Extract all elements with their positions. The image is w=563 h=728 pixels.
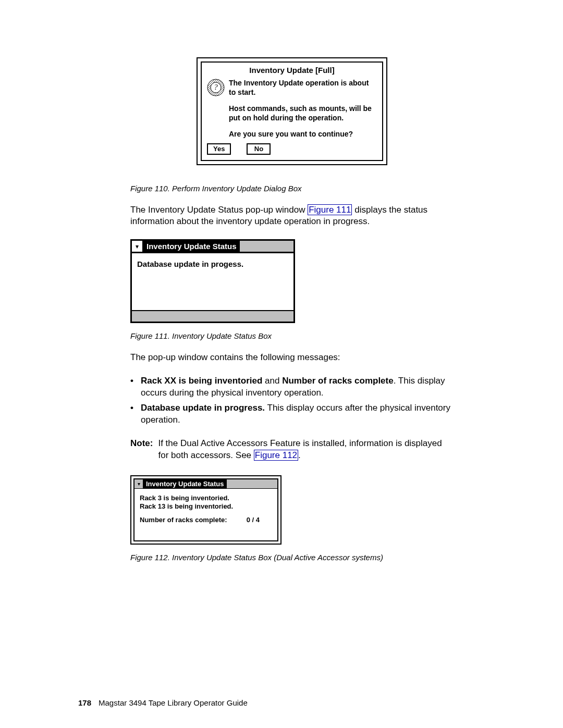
figure-110-caption: Figure 110. Perform Inventory Update Dia… [130, 184, 454, 193]
note-label: Note: [130, 438, 158, 462]
figure-112-link[interactable]: Figure 112 [254, 450, 298, 461]
text-bold: Number of racks complete [282, 376, 394, 386]
message-list: • Rack XX is being inventoried and Numbe… [130, 375, 454, 426]
system-menu-icon[interactable]: ▾ [132, 241, 143, 252]
dialog-text: The Inventory Update operation is about … [229, 79, 382, 143]
figure-111-caption: Figure 111. Inventory Update Status Box [130, 331, 454, 340]
dialog-p2: Host commands, such as mounts, will be p… [229, 104, 377, 122]
text: . [298, 450, 301, 460]
bullet-icon: • [130, 402, 141, 426]
dialog-body: Rack 3 is being inventoried. Rack 13 is … [134, 489, 277, 540]
text-bold: Database update in progress. [141, 403, 265, 413]
paragraph-1: The Inventory Update Status pop-up windo… [130, 204, 454, 228]
racks-complete-value: 0 / 4 [247, 516, 260, 524]
dialog-p3: Are you sure you want to continue? [229, 130, 377, 139]
text: The Inventory Update Status pop-up windo… [130, 205, 308, 215]
note-body: If the Dual Active Accessors Feature is … [158, 438, 454, 462]
racks-complete-label: Number of racks complete: [140, 516, 227, 524]
title-bar-fill [240, 241, 293, 252]
page: Inventory Update [Full] ? [0, 0, 563, 728]
status-line-2: Rack 13 is being inventoried. [140, 502, 272, 511]
bullet-icon: • [130, 375, 141, 399]
note: Note: If the Dual Active Accessors Featu… [130, 438, 454, 462]
yes-button[interactable]: Yes [207, 143, 231, 155]
footer-title: Magstar 3494 Tape Library Operator Guide [99, 698, 248, 707]
dialog-p1: The Inventory Update operation is about … [229, 79, 377, 97]
inventory-update-status-dialog-1: ▾ Inventory Update Status Database updat… [130, 239, 295, 323]
svg-text:?: ? [214, 83, 218, 91]
status-line-1: Rack 3 is being inventoried. [140, 494, 272, 502]
text-bold: Rack XX is being inventoried [141, 376, 262, 386]
title-bar-fill [227, 479, 277, 488]
inventory-update-status-dialog-2: ▾ Inventory Update Status Rack 3 is bein… [130, 475, 282, 545]
no-button[interactable]: No [247, 143, 271, 155]
page-number: 178 [78, 698, 99, 707]
dialog-title: Inventory Update Status [143, 479, 227, 488]
dialog-title: Inventory Update [Full] [202, 63, 382, 79]
list-item: • Database update in progress. This disp… [130, 402, 454, 426]
figure-111-link[interactable]: Figure 111 [308, 204, 352, 215]
dialog-inner: Inventory Update [Full] ? [201, 61, 383, 161]
paragraph-2: The pop-up window contains the following… [130, 352, 454, 364]
dialog-title: Inventory Update Status [143, 241, 240, 252]
question-icon: ? [207, 79, 225, 96]
content-column: Inventory Update [Full] ? [130, 57, 454, 562]
page-footer: 178Magstar 3494 Tape Library Operator Gu… [78, 698, 248, 707]
list-item: • Rack XX is being inventoried and Numbe… [130, 375, 454, 399]
system-menu-icon[interactable]: ▾ [134, 479, 143, 488]
text: and [262, 376, 282, 386]
dialog-body: Database update in progess. [132, 253, 293, 310]
inventory-update-full-dialog: Inventory Update [Full] ? [197, 57, 387, 165]
figure-112-caption: Figure 112. Inventory Update Status Box … [130, 553, 454, 562]
dialog-status-bar [132, 310, 293, 322]
